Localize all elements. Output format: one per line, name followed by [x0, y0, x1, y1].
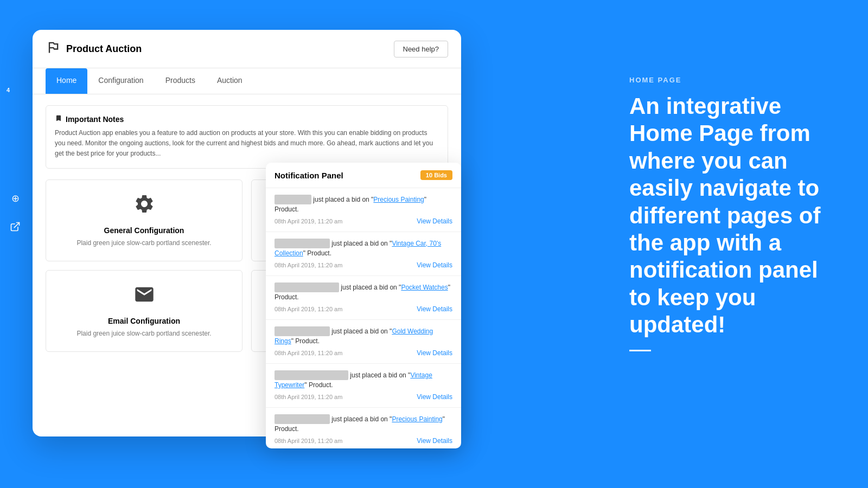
notif-footer-1: 08th April 2019, 11:20 am View Details: [275, 217, 452, 225]
sidebar-icons: ⊕: [0, 184, 30, 241]
notif-text-4: ████████████ just placed a bid on "Gold …: [275, 326, 452, 346]
svg-line-0: [14, 223, 19, 228]
notif-item-1: ████████ just placed a bid on "Precious …: [266, 188, 461, 232]
notif-text-1: ████████ just placed a bid on "Precious …: [275, 195, 452, 214]
app-logo: Product Auction: [46, 40, 142, 58]
email-config-card[interactable]: Email Configuration Plaid green juice sl…: [46, 270, 242, 352]
product-link-1[interactable]: Precious Painting: [373, 196, 424, 203]
notif-time-3: 08th April 2019, 11:20 am: [275, 306, 342, 312]
notif-list: ████████ just placed a bid on "Precious …: [266, 188, 461, 448]
notif-footer-6: 08th April 2019, 11:20 am View Details: [275, 437, 452, 445]
app-nav: Home Configuration Products Auction: [33, 68, 461, 94]
right-panel-headline: An integrative Home Page from where you …: [629, 93, 835, 339]
view-details-3[interactable]: View Details: [417, 305, 452, 313]
general-config-title: General Configuration: [55, 226, 233, 235]
notif-text-2: ████████████ just placed a bid on "Vinta…: [275, 239, 452, 258]
view-details-6[interactable]: View Details: [417, 437, 452, 445]
notif-item-4: ████████████ just placed a bid on "Gold …: [266, 320, 461, 364]
logo-icon: [46, 40, 61, 58]
blurred-name-6: ████████████: [275, 414, 330, 424]
notif-footer-4: 08th April 2019, 11:20 am View Details: [275, 349, 452, 357]
need-help-button[interactable]: Need help?: [394, 41, 449, 57]
right-panel: HOME PAGE An integrative Home Page from …: [629, 76, 835, 351]
app-header: Product Auction Need help?: [33, 30, 461, 68]
bookmark-icon: [55, 114, 62, 124]
blurred-name-4: ████████████: [275, 326, 330, 336]
blurred-name-2: ████████████: [275, 239, 330, 248]
notif-text-5: ████████████████ just placed a bid on "V…: [275, 370, 452, 390]
notification-panel: Notification Panel 10 Bids ████████ just…: [266, 163, 461, 448]
notif-time-2: 08th April 2019, 11:20 am: [275, 262, 342, 268]
notif-badge: 10 Bids: [420, 170, 452, 180]
gear-icon: [55, 193, 233, 220]
plus-circle-icon[interactable]: ⊕: [7, 190, 24, 207]
general-config-card[interactable]: General Configuration Plaid green juice …: [46, 179, 242, 261]
right-panel-underline: [629, 350, 651, 351]
sidebar-badge: 4: [2, 84, 14, 96]
app-title: Product Auction: [66, 43, 142, 55]
email-config-desc: Plaid green juice slow-carb portland sce…: [55, 329, 233, 338]
notif-item-3: ██████████████ just placed a bid on "Poc…: [266, 276, 461, 320]
notif-footer-3: 08th April 2019, 11:20 am View Details: [275, 305, 452, 313]
notif-text-6: ████████████ just placed a bid on "Preci…: [275, 414, 452, 434]
view-details-2[interactable]: View Details: [417, 261, 452, 269]
important-notes-section: Important Notes Product Auction app enab…: [46, 105, 448, 169]
blurred-name-5: ████████████████: [275, 370, 348, 380]
notes-title: Important Notes: [55, 114, 439, 124]
view-details-4[interactable]: View Details: [417, 349, 452, 357]
general-config-desc: Plaid green juice slow-carb portland sce…: [55, 238, 233, 248]
notif-text-3: ██████████████ just placed a bid on "Poc…: [275, 282, 452, 302]
notif-header: Notification Panel 10 Bids: [266, 163, 461, 188]
email-config-title: Email Configuration: [55, 317, 233, 325]
nav-home[interactable]: Home: [46, 68, 87, 94]
view-details-1[interactable]: View Details: [417, 217, 452, 225]
notif-time-5: 08th April 2019, 11:20 am: [275, 394, 342, 400]
notif-footer-2: 08th April 2019, 11:20 am View Details: [275, 261, 452, 269]
nav-products[interactable]: Products: [155, 68, 206, 94]
notif-title: Notification Panel: [275, 171, 343, 180]
notif-time-1: 08th April 2019, 11:20 am: [275, 218, 342, 224]
notif-time-6: 08th April 2019, 11:20 am: [275, 438, 342, 444]
notif-item-5: ████████████████ just placed a bid on "V…: [266, 364, 461, 408]
nav-auction[interactable]: Auction: [206, 68, 253, 94]
blurred-name-3: ██████████████: [275, 282, 339, 292]
product-link-6[interactable]: Precious Painting: [392, 415, 442, 423]
right-panel-label: HOME PAGE: [629, 76, 835, 84]
notif-footer-5: 08th April 2019, 11:20 am View Details: [275, 393, 452, 401]
notif-item-6: ████████████ just placed a bid on "Preci…: [266, 408, 461, 448]
notif-item-2: ████████████ just placed a bid on "Vinta…: [266, 232, 461, 276]
view-details-5[interactable]: View Details: [417, 393, 452, 401]
blurred-name-1: ████████: [275, 195, 311, 204]
email-icon: [55, 284, 233, 310]
product-link-3[interactable]: Pocket Watches: [401, 284, 448, 291]
notif-time-4: 08th April 2019, 11:20 am: [275, 350, 342, 356]
external-link-icon[interactable]: [7, 218, 24, 235]
notes-body: Product Auction app enables you a featur…: [55, 128, 439, 159]
nav-configuration[interactable]: Configuration: [87, 68, 154, 94]
